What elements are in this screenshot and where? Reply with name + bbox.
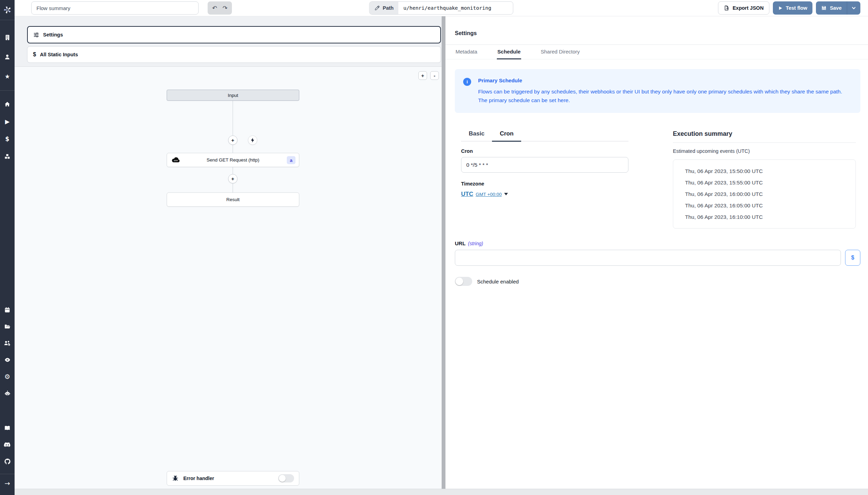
sidebar-group-admin: ⚙ bbox=[0, 302, 15, 402]
schedule-enabled-label: Schedule enabled bbox=[477, 279, 519, 284]
workers-users-icon[interactable] bbox=[0, 335, 15, 352]
tab-schedule[interactable]: Schedule bbox=[497, 45, 521, 59]
svg-text:HTTP: HTTP bbox=[174, 160, 178, 162]
save-split-button: Save bbox=[816, 1, 860, 15]
windmill-flow-editor: ★ ▶ $ ⚙ bbox=[0, 0, 868, 495]
tab-basic[interactable]: Basic bbox=[461, 130, 492, 142]
folders-icon[interactable] bbox=[0, 318, 15, 335]
input-node[interactable]: Input bbox=[167, 90, 299, 101]
variables-dollar-icon[interactable]: $ bbox=[0, 130, 15, 148]
cron-label: Cron bbox=[461, 148, 628, 154]
primary-schedule-infobox: i Primary Schedule Flows can be triggere… bbox=[455, 69, 860, 113]
event-row: Thu, 06 Apr 2023, 15:55:00 UTC bbox=[685, 177, 850, 188]
schedules-calendar-icon[interactable] bbox=[0, 302, 15, 318]
infobox-title: Primary Schedule bbox=[478, 77, 852, 83]
upcoming-events-list: Thu, 06 Apr 2023, 15:50:00 UTC Thu, 06 A… bbox=[673, 159, 856, 229]
docs-book-icon[interactable] bbox=[0, 420, 15, 436]
caret-down-icon bbox=[504, 193, 508, 196]
export-icon bbox=[724, 5, 729, 11]
dollar-icon: $ bbox=[33, 51, 36, 58]
add-step-button[interactable]: + bbox=[228, 174, 237, 183]
infobox-body: Flows can be triggered by any schedules,… bbox=[478, 87, 852, 105]
event-row: Thu, 06 Apr 2023, 16:05:00 UTC bbox=[685, 200, 850, 211]
cron-input[interactable] bbox=[461, 157, 628, 173]
chevron-down-icon bbox=[851, 6, 856, 10]
runs-play-icon[interactable]: ▶ bbox=[0, 113, 15, 130]
sidebar-group-main: ▶ $ bbox=[0, 91, 15, 165]
settings-gear-icon[interactable]: ⚙ bbox=[0, 368, 15, 385]
error-handler-toggle[interactable] bbox=[278, 474, 294, 482]
expression-dollar-button[interactable]: $ bbox=[845, 250, 860, 266]
schedule-mode-tabs: Basic Cron bbox=[461, 130, 628, 141]
zoom-controls: + - bbox=[418, 71, 439, 80]
tab-metadata[interactable]: Metadata bbox=[455, 45, 478, 59]
expand-sidebar-arrow-icon[interactable]: → bbox=[0, 474, 15, 492]
flow-head: Settings $ All Static Inputs bbox=[15, 16, 442, 67]
url-field-label: URL (string) bbox=[455, 240, 860, 246]
save-icon bbox=[821, 5, 827, 11]
flow-summary-input[interactable] bbox=[31, 1, 199, 15]
settings-pane: Settings Metadata Schedule Shared Direct… bbox=[445, 16, 868, 489]
workspace-icon[interactable] bbox=[0, 28, 15, 47]
zoom-out-button[interactable]: - bbox=[430, 71, 439, 80]
trigger-bolt-button[interactable] bbox=[248, 135, 257, 145]
favorites-star-icon[interactable]: ★ bbox=[0, 67, 15, 86]
ai-robot-icon[interactable] bbox=[0, 385, 15, 402]
play-icon bbox=[778, 6, 783, 10]
upcoming-events-label: Estimated upcoming events (UTC) bbox=[673, 148, 856, 154]
flow-canvas[interactable]: + - Input + HTTP bbox=[15, 67, 442, 489]
schedule-editor: Basic Cron Cron Timezone UTC GMT +00:00 bbox=[461, 130, 628, 229]
flow-graph: Input + HTTP Send GET Request (http) a bbox=[167, 90, 299, 208]
static-inputs-card[interactable]: $ All Static Inputs bbox=[27, 46, 441, 63]
step-id-badge: a bbox=[287, 156, 295, 164]
event-row: Thu, 06 Apr 2023, 16:00:00 UTC bbox=[685, 188, 850, 200]
undo-redo-group: ↶ ↷ bbox=[208, 1, 232, 15]
flow-settings-card[interactable]: Settings bbox=[27, 26, 441, 43]
sidebar-group-links bbox=[0, 420, 15, 470]
home-icon[interactable] bbox=[0, 96, 15, 113]
pane-splitter[interactable] bbox=[442, 16, 445, 489]
info-icon: i bbox=[463, 78, 471, 86]
path-label: Path bbox=[369, 2, 398, 14]
undo-button[interactable]: ↶ bbox=[209, 3, 220, 13]
audit-logs-eye-icon[interactable] bbox=[0, 352, 15, 368]
path-value[interactable]: u/henri/earthquake_monitoring bbox=[399, 2, 513, 14]
zoom-in-button[interactable]: + bbox=[418, 71, 427, 80]
settings-tabs: Metadata Schedule Shared Directory bbox=[445, 45, 868, 59]
event-row: Thu, 06 Apr 2023, 15:50:00 UTC bbox=[685, 165, 850, 177]
bottom-strip bbox=[15, 489, 868, 495]
timezone-select[interactable]: UTC GMT +00:00 bbox=[461, 191, 508, 198]
save-button[interactable]: Save bbox=[816, 1, 847, 15]
topbar: ↶ ↷ Path u/henri/earthquake_monitoring E… bbox=[15, 0, 868, 16]
error-handler-node[interactable]: Error handler bbox=[167, 471, 299, 486]
flow-pane: Settings $ All Static Inputs + - Input bbox=[15, 16, 442, 489]
http-cloud-icon: HTTP bbox=[171, 157, 181, 163]
redo-button[interactable]: ↷ bbox=[220, 3, 230, 13]
pencil-icon bbox=[374, 6, 379, 11]
schedule-enabled-toggle[interactable] bbox=[455, 277, 472, 286]
discord-icon[interactable] bbox=[0, 436, 15, 453]
github-icon[interactable] bbox=[0, 453, 15, 470]
path-field[interactable]: Path u/henri/earthquake_monitoring bbox=[369, 1, 513, 15]
export-json-button[interactable]: Export JSON bbox=[718, 1, 769, 15]
sidebar-group-workspace: ★ bbox=[0, 20, 15, 86]
event-row: Thu, 06 Apr 2023, 16:10:00 UTC bbox=[685, 211, 850, 223]
timezone-label: Timezone bbox=[461, 181, 628, 187]
bug-icon bbox=[172, 475, 179, 482]
topbar-actions: Export JSON Test flow Save bbox=[718, 1, 860, 15]
sliders-icon bbox=[33, 32, 39, 38]
test-flow-button[interactable]: Test flow bbox=[773, 1, 812, 15]
result-node[interactable]: Result bbox=[167, 192, 299, 207]
divider bbox=[673, 142, 856, 143]
resources-cubes-icon[interactable] bbox=[0, 148, 15, 165]
settings-title: Settings bbox=[455, 30, 860, 36]
save-dropdown-button[interactable] bbox=[847, 1, 860, 15]
tab-shared-directory[interactable]: Shared Directory bbox=[540, 45, 581, 59]
url-input[interactable] bbox=[455, 250, 841, 266]
windmill-logo-icon[interactable] bbox=[0, 0, 15, 20]
tab-cron[interactable]: Cron bbox=[492, 130, 521, 142]
user-icon[interactable] bbox=[0, 47, 15, 67]
sidebar: ★ ▶ $ ⚙ bbox=[0, 0, 15, 495]
step-node[interactable]: HTTP Send GET Request (http) a bbox=[167, 153, 299, 167]
add-step-button[interactable]: + bbox=[228, 135, 237, 145]
